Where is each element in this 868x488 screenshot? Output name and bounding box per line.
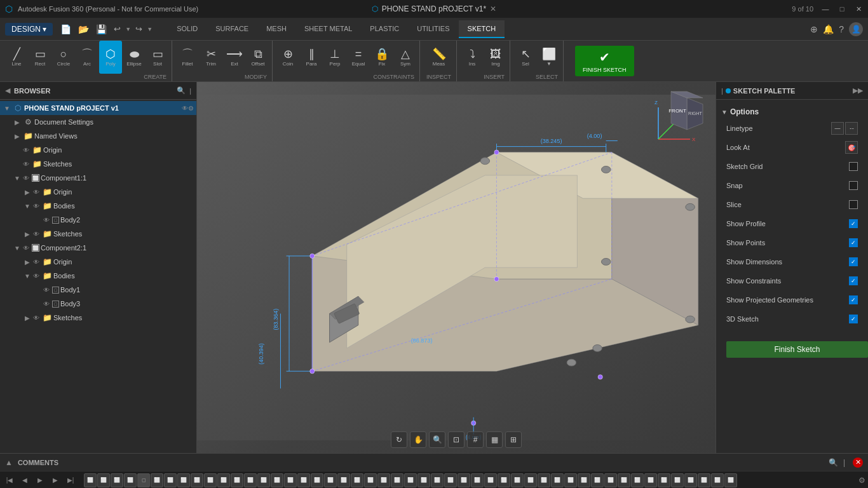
options-section-header[interactable]: ▼ Options — [721, 105, 863, 119]
sketchgrid-checkbox[interactable] — [849, 162, 858, 171]
close-btn[interactable]: ✕ — [854, 4, 863, 13]
tree-origin-1[interactable]: ▶ 👁 📁 Origin — [0, 143, 196, 157]
browser-search-icon[interactable]: 🔍 — [177, 86, 186, 95]
tool-fillet[interactable]: ⌒ Fillet — [176, 41, 199, 74]
open-btn[interactable]: 📂 — [76, 23, 92, 36]
maximize-btn[interactable]: □ — [837, 4, 846, 13]
tree-component2[interactable]: ▼ 👁 ⬜ Component2:1 — [0, 241, 196, 255]
3dsketch-row[interactable]: 3D Sketch — [721, 309, 863, 329]
timeline-step[interactable]: ⬜ — [604, 473, 617, 487]
timeline-step[interactable]: ⬜ — [244, 473, 257, 487]
showprofile-row[interactable]: Show Profile — [721, 214, 863, 233]
timeline-step[interactable]: ⬜ — [391, 473, 403, 487]
timeline-step[interactable]: ⬜ — [458, 473, 470, 487]
timeline-step[interactable]: ⬜ — [564, 473, 577, 487]
finish-sketch-palette-btn[interactable]: Finish Sketch — [726, 341, 868, 358]
vp-zoom-btn[interactable]: 🔍 — [429, 431, 445, 448]
tool-measure[interactable]: 📏 Meas — [428, 41, 451, 74]
timeline-step[interactable]: ⬜ — [444, 473, 457, 487]
timeline-step[interactable]: ⬜ — [257, 473, 270, 487]
body2-eye[interactable]: 👁 — [42, 215, 51, 224]
showprojected-row[interactable]: Show Projected Geometries — [721, 290, 863, 309]
tool-coincident[interactable]: ⊕ Coin — [276, 41, 299, 74]
vp-display-btn[interactable]: ▦ — [486, 431, 503, 448]
tree-sketches-1[interactable]: ▶ 👁 📁 Sketches — [0, 157, 196, 171]
user-avatar[interactable]: 👤 — [849, 22, 863, 36]
tool-ellipse[interactable]: ⬬ Ellipse — [123, 41, 146, 74]
timeline-step[interactable]: ⬜ — [711, 473, 724, 487]
tree-doc-settings[interactable]: ▶ ⚙ Document Settings — [0, 115, 196, 129]
linetype-dash-btn[interactable]: - - — [845, 122, 858, 135]
vp-display2-btn[interactable]: ⊞ — [505, 431, 522, 448]
tool-offset[interactable]: ⧉ Offset — [247, 41, 269, 74]
tool-extend[interactable]: ⟶ Ext — [223, 41, 246, 74]
body3-eye[interactable]: 👁 — [42, 299, 51, 308]
tree-sketches-2[interactable]: ▶ 👁 📁 Sketches — [0, 227, 196, 241]
timeline-step[interactable]: ⬜ — [684, 473, 697, 487]
vp-orbit-btn[interactable]: ↻ — [391, 431, 407, 448]
timeline-step[interactable]: ⬜ — [618, 473, 630, 487]
root-visible-icon[interactable]: 👁 — [182, 105, 188, 112]
nav-next[interactable]: ▶ — [48, 473, 62, 487]
comments-search-icon[interactable]: 🔍 — [829, 458, 838, 467]
tool-tri[interactable]: △ Sym — [394, 41, 417, 74]
timeline-step[interactable]: ⬜ — [484, 473, 497, 487]
tool-perp[interactable]: ⊥ Perp — [323, 41, 346, 74]
tree-origin-3[interactable]: ▶ 👁 📁 Origin — [0, 255, 196, 269]
timeline-step[interactable]: ◻ — [137, 473, 150, 487]
sketches3-eye[interactable]: 👁 — [32, 313, 41, 322]
showdimensions-row[interactable]: Show Dimensions — [721, 252, 863, 271]
tool-rect[interactable]: ▭ Rect — [29, 41, 51, 74]
showconstraints-checkbox[interactable] — [849, 276, 858, 285]
showprojected-checkbox[interactable] — [849, 295, 858, 304]
timeline-step[interactable]: ⬜ — [377, 473, 390, 487]
nav-prev[interactable]: ◀ — [18, 473, 32, 487]
tree-bodies-1[interactable]: ▼ 👁 📁 Bodies — [0, 199, 196, 213]
vp-zoomfit-btn[interactable]: ⊡ — [448, 431, 465, 448]
lookat-btn[interactable]: 🎯 — [845, 141, 858, 154]
timeline-step[interactable]: ⬜ — [284, 473, 297, 487]
timeline-step[interactable]: ⬜ — [297, 473, 310, 487]
origin1-eye[interactable]: 👁 — [22, 146, 31, 154]
timeline-step[interactable]: ⬜ — [324, 473, 337, 487]
tool-trim[interactable]: ✂ Trim — [200, 41, 222, 74]
tree-sketches-3[interactable]: ▶ 👁 📁 Sketches — [0, 311, 196, 325]
online-icon[interactable]: ⊕ — [810, 24, 818, 34]
timeline-settings-icon[interactable]: ⚙ — [858, 476, 865, 485]
vp-grid-btn[interactable]: # — [467, 431, 484, 448]
showprofile-checkbox[interactable] — [849, 219, 858, 228]
sketches1-eye[interactable]: 👁 — [22, 159, 31, 168]
help-icon[interactable]: ? — [839, 24, 844, 34]
linetype-solid-btn[interactable]: — — [831, 122, 844, 135]
vp-pan-btn[interactable]: ✋ — [410, 431, 426, 448]
undo-arrow[interactable]: ▼ — [125, 26, 131, 32]
browser-pin-icon[interactable]: | — [189, 87, 191, 95]
tool-line[interactable]: ╱ Line — [5, 41, 28, 74]
tab-surface[interactable]: SURFACE — [207, 20, 257, 38]
root-settings-icon[interactable]: ⚙ — [188, 105, 194, 112]
tab-solid[interactable]: SOLID — [168, 20, 207, 38]
tree-origin-2[interactable]: ▶ 👁 📁 Origin — [0, 185, 196, 199]
component2-eye[interactable]: 👁 — [22, 243, 31, 252]
nav-next-end[interactable]: ▶| — [64, 473, 78, 487]
redo-arrow[interactable]: ▼ — [147, 26, 153, 32]
tab-mesh[interactable]: MESH — [257, 20, 295, 38]
notification-icon[interactable]: 🔔 — [823, 24, 834, 34]
redo-btn[interactable]: ↪ — [133, 23, 145, 35]
timeline-step[interactable]: ⬜ — [231, 473, 243, 487]
timeline-step[interactable]: ⬜ — [644, 473, 657, 487]
tree-body1[interactable]: ▶ 👁 □ Body1 — [0, 283, 196, 297]
timeline-step[interactable]: ⬜ — [471, 473, 484, 487]
tool-polygon[interactable]: ⬡ Poly — [99, 41, 122, 74]
comments-collapse-icon[interactable]: ▲ — [5, 458, 13, 467]
timeline-step[interactable]: ⬜ — [658, 473, 670, 487]
comments-pin-icon[interactable]: | — [843, 458, 845, 467]
timeline-step[interactable]: ⬜ — [511, 473, 524, 487]
tool-select[interactable]: ↖ Sel — [514, 41, 537, 74]
sketchgrid-row[interactable]: Sketch Grid — [721, 157, 863, 176]
timeline-step[interactable]: ⬜ — [538, 473, 550, 487]
tree-component1[interactable]: ▼ 👁 ⬜ Component1:1 — [0, 171, 196, 185]
3dsketch-checkbox[interactable] — [849, 315, 858, 323]
tool-insert2[interactable]: 🖼 Img — [484, 41, 507, 74]
tree-bodies-2[interactable]: ▼ 👁 📁 Bodies — [0, 269, 196, 283]
